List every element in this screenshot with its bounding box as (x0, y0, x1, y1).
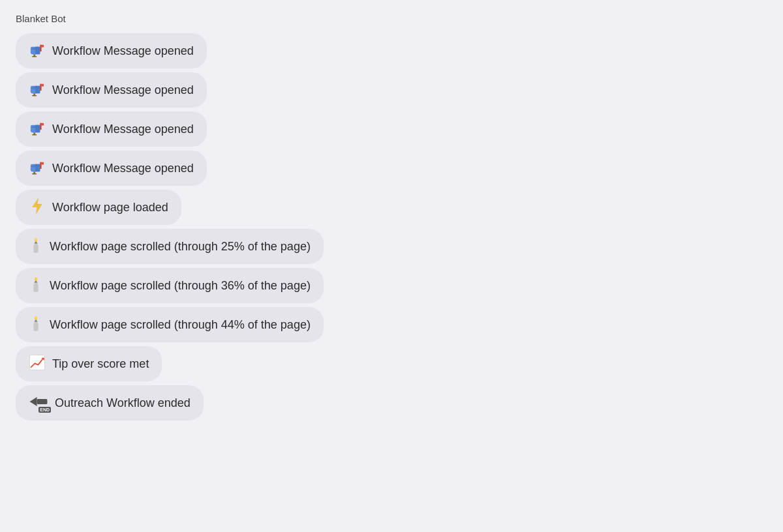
workflow-item-label-2: Workflow Message opened (52, 123, 194, 136)
workflow-item-label-5: Workflow page scrolled (through 25% of t… (50, 240, 311, 254)
scroll-icon (29, 315, 43, 334)
workflow-item-end-workflow[interactable]: END Outreach Workflow ended (16, 385, 204, 421)
svg-rect-11 (32, 95, 37, 96)
workflow-item-page-loaded[interactable]: Workflow page loaded (16, 190, 181, 225)
svg-rect-26 (33, 245, 38, 253)
svg-rect-36 (33, 323, 38, 331)
workflow-item-label-8: Tip over score met (52, 357, 149, 371)
workflow-item-msg-opened-1[interactable]: Workflow Message opened (16, 33, 207, 68)
svg-marker-24 (33, 198, 42, 213)
svg-rect-40 (29, 355, 44, 370)
svg-rect-42 (37, 399, 48, 404)
mailbox-open-icon (29, 119, 46, 139)
workflow-item-label-6: Workflow page scrolled (through 36% of t… (50, 279, 311, 293)
svg-rect-21 (40, 162, 44, 165)
mailbox-open-icon (29, 80, 46, 100)
scroll-icon (29, 276, 43, 295)
svg-rect-5 (32, 56, 37, 57)
workflow-item-label-3: Workflow Message opened (52, 162, 194, 175)
workflow-item-label-0: Workflow Message opened (52, 44, 194, 58)
workflow-item-label-7: Workflow page scrolled (through 44% of t… (50, 318, 311, 332)
svg-rect-9 (40, 84, 44, 87)
workflow-item-label-4: Workflow page loaded (52, 201, 168, 214)
mailbox-open-icon (29, 41, 46, 61)
svg-point-29 (35, 238, 37, 242)
workflow-item-label-1: Workflow Message opened (52, 83, 194, 97)
app-container: Blanket Bot Workflow Message opened (16, 13, 767, 421)
workflow-item-msg-opened-3[interactable]: Workflow Message opened (16, 111, 207, 147)
svg-rect-3 (40, 45, 44, 48)
svg-rect-17 (32, 134, 37, 135)
workflow-item-msg-opened-2[interactable]: Workflow Message opened (16, 72, 207, 108)
svg-rect-15 (40, 123, 44, 126)
end-arrow-icon: END (29, 393, 48, 413)
workflow-item-page-scrolled-44[interactable]: Workflow page scrolled (through 44% of t… (16, 307, 324, 342)
svg-point-39 (35, 316, 37, 320)
workflow-item-tip-over[interactable]: Tip over score met (16, 346, 162, 381)
workflow-item-msg-opened-4[interactable]: Workflow Message opened (16, 151, 207, 186)
workflow-item-page-scrolled-36[interactable]: Workflow page scrolled (through 36% of t… (16, 268, 324, 303)
svg-point-34 (35, 277, 37, 281)
app-title: Blanket Bot (16, 13, 767, 24)
workflow-item-page-scrolled-25[interactable]: Workflow page scrolled (through 25% of t… (16, 229, 324, 264)
chart-icon (29, 354, 46, 374)
scroll-icon (29, 237, 43, 256)
workflow-item-label-9: Outreach Workflow ended (55, 396, 191, 410)
mailbox-open-icon (29, 158, 46, 178)
svg-rect-23 (32, 173, 37, 174)
svg-rect-31 (33, 284, 38, 292)
workflow-list: Workflow Message opened Workflow Message… (16, 33, 767, 421)
lightning-icon (29, 198, 46, 217)
svg-marker-43 (30, 397, 37, 406)
